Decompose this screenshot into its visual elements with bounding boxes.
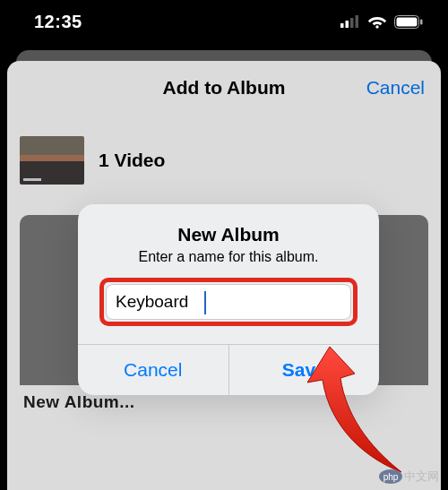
album-name-input[interactable]: [106, 284, 351, 320]
status-bar: 12:35: [0, 0, 448, 43]
svg-rect-6: [397, 17, 418, 26]
new-album-alert: New Album Enter a name for this album. C…: [78, 204, 379, 395]
alert-input-highlight: [99, 278, 358, 326]
alert-save-button[interactable]: Save: [228, 345, 380, 395]
battery-icon: [394, 15, 423, 29]
svg-rect-1: [346, 21, 349, 28]
watermark: php 中文网: [379, 469, 439, 485]
status-time: 12:35: [34, 12, 82, 32]
svg-rect-0: [340, 23, 344, 28]
alert-message: Enter a name for this album.: [94, 249, 363, 265]
screen: 12:35 Add to Album Cancel 1 Video New Al…: [0, 0, 448, 490]
text-caret: [204, 291, 206, 314]
svg-rect-7: [420, 19, 423, 24]
watermark-text: 中文网: [404, 469, 439, 485]
cellular-icon: [340, 15, 360, 28]
add-to-album-sheet: Add to Album Cancel 1 Video New Album...…: [7, 61, 441, 490]
svg-rect-2: [350, 18, 354, 28]
svg-point-4: [375, 25, 378, 28]
alert-body: New Album Enter a name for this album.: [78, 204, 379, 344]
status-right: [340, 14, 423, 29]
wifi-icon: [367, 14, 387, 29]
svg-rect-3: [356, 15, 359, 28]
alert-title: New Album: [94, 224, 363, 245]
watermark-logo: php: [379, 469, 402, 484]
alert-button-row: Cancel Save: [78, 344, 379, 395]
alert-cancel-button[interactable]: Cancel: [78, 345, 228, 395]
